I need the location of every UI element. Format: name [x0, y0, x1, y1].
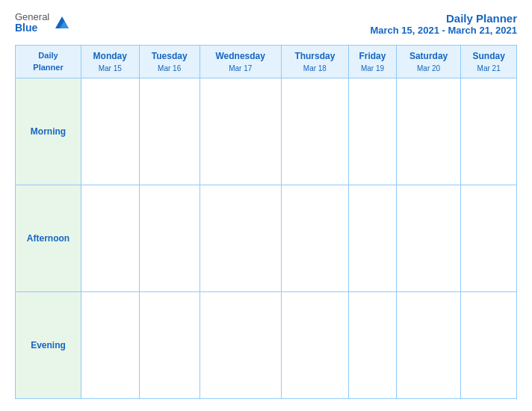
afternoon-saturday[interactable] [396, 185, 460, 292]
afternoon-label: Afternoon [16, 185, 81, 292]
evening-tuesday[interactable] [139, 292, 200, 399]
th-tuesday: Tuesday Mar 16 [139, 46, 200, 78]
evening-sunday[interactable] [461, 292, 517, 399]
evening-wednesday[interactable] [200, 292, 281, 399]
table-header-row: DailyPlanner Monday Mar 15 Tuesday Mar 1… [16, 46, 517, 78]
th-friday: Friday Mar 19 [349, 46, 397, 78]
logo-area: General Blue [15, 12, 70, 34]
afternoon-tuesday[interactable] [139, 185, 200, 292]
th-monday: Monday Mar 15 [81, 46, 140, 78]
logo-text: General Blue [15, 12, 49, 34]
morning-sunday[interactable] [461, 78, 517, 185]
morning-thursday[interactable] [281, 78, 348, 185]
afternoon-thursday[interactable] [281, 185, 348, 292]
morning-monday[interactable] [81, 78, 140, 185]
evening-monday[interactable] [81, 292, 140, 399]
th-sunday: Sunday Mar 21 [461, 46, 517, 78]
th-thursday: Thursday Mar 18 [281, 46, 348, 78]
th-wednesday: Wednesday Mar 17 [200, 46, 281, 78]
logo-general-text: General [15, 12, 49, 22]
morning-row: Morning [16, 78, 517, 185]
header: General Blue Daily Planner March 15, 202… [15, 12, 517, 36]
morning-wednesday[interactable] [200, 78, 281, 185]
morning-label: Morning [16, 78, 81, 185]
afternoon-wednesday[interactable] [200, 185, 281, 292]
planner-date-range: March 15, 2021 - March 21, 2021 [370, 25, 517, 36]
evening-thursday[interactable] [281, 292, 348, 399]
afternoon-friday[interactable] [349, 185, 397, 292]
morning-saturday[interactable] [396, 78, 460, 185]
logo-icon [54, 15, 70, 31]
afternoon-monday[interactable] [81, 185, 140, 292]
planner-table: DailyPlanner Monday Mar 15 Tuesday Mar 1… [15, 45, 517, 399]
morning-friday[interactable] [349, 78, 397, 185]
evening-row: Evening [16, 292, 517, 399]
afternoon-row: Afternoon [16, 185, 517, 292]
th-saturday: Saturday Mar 20 [396, 46, 460, 78]
th-daily-planner: DailyPlanner [16, 46, 81, 78]
morning-tuesday[interactable] [139, 78, 200, 185]
planner-title: Daily Planner [370, 12, 517, 25]
afternoon-sunday[interactable] [461, 185, 517, 292]
logo-blue-text: Blue [15, 22, 49, 34]
evening-saturday[interactable] [396, 292, 460, 399]
evening-label: Evening [16, 292, 81, 399]
evening-friday[interactable] [349, 292, 397, 399]
title-area: Daily Planner March 15, 2021 - March 21,… [370, 12, 517, 36]
